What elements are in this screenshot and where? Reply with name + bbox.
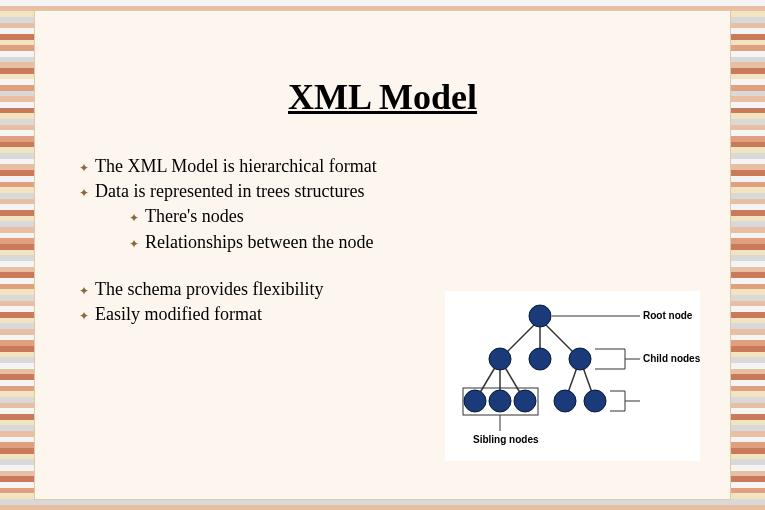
svg-point-16 — [584, 390, 606, 412]
bullet-text: The schema provides flexibility — [95, 277, 323, 302]
bullet-text: The XML Model is hierarchical format — [95, 154, 377, 179]
star-icon: ✦ — [79, 160, 89, 177]
bullet-item-nested: ✦ There's nodes — [129, 204, 730, 229]
diagram-label-sibling: Sibling nodes — [473, 434, 539, 445]
star-icon: ✦ — [79, 283, 89, 300]
bullet-text: Easily modified format — [95, 302, 262, 327]
diagram-label-child: Child nodes — [643, 353, 700, 364]
bullet-item: ✦ Data is represented in trees structure… — [79, 179, 730, 204]
slide-title: XML Model — [35, 76, 730, 118]
star-icon: ✦ — [79, 185, 89, 202]
bullet-text: Data is represented in trees structures — [95, 179, 364, 204]
svg-point-15 — [554, 390, 576, 412]
star-icon: ✦ — [79, 308, 89, 325]
svg-point-11 — [569, 348, 591, 370]
slide-content: XML Model ✦ The XML Model is hierarchica… — [34, 10, 731, 500]
tree-diagram: Root node Child nodes Sibling nodes — [445, 291, 700, 461]
bullet-item: ✦ The XML Model is hierarchical format — [79, 154, 730, 179]
svg-point-8 — [529, 305, 551, 327]
bullet-item-nested: ✦ Relationships between the node — [129, 230, 730, 255]
star-icon: ✦ — [129, 236, 139, 253]
star-icon: ✦ — [129, 210, 139, 227]
svg-point-9 — [489, 348, 511, 370]
svg-point-13 — [489, 390, 511, 412]
svg-point-10 — [529, 348, 551, 370]
svg-point-14 — [514, 390, 536, 412]
bullet-text: There's nodes — [145, 204, 244, 229]
diagram-label-root: Root node — [643, 310, 693, 321]
bullet-text: Relationships between the node — [145, 230, 373, 255]
bullet-list-1: ✦ The XML Model is hierarchical format ✦… — [79, 154, 730, 255]
svg-point-12 — [464, 390, 486, 412]
